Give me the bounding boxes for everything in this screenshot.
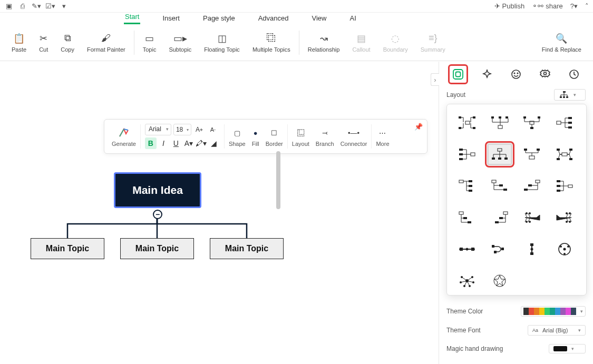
svg-rect-15	[473, 127, 475, 129]
layout-row: Layout ▾	[439, 85, 593, 105]
svg-point-85	[563, 253, 566, 255]
font-decrease-icon[interactable]: A-	[207, 124, 219, 135]
tab-insert[interactable]: Insert	[161, 13, 181, 24]
layout-option-star[interactable]	[487, 270, 512, 292]
svg-rect-75	[492, 245, 494, 248]
magic-drawing-select[interactable]: ▾	[549, 344, 586, 353]
svg-rect-9	[563, 96, 565, 98]
paste-button[interactable]: 📋Paste	[5, 33, 33, 53]
tab-ai[interactable]: AI	[348, 13, 357, 24]
layout-option[interactable]	[454, 206, 480, 229]
floating-topic-button[interactable]: ◫Floating Topic	[198, 33, 246, 53]
layout-option[interactable]	[519, 143, 545, 165]
layout-option-vertical-timeline[interactable]	[519, 238, 545, 260]
panel-tab-style[interactable]	[449, 65, 467, 83]
svg-rect-37	[524, 149, 527, 151]
border-button[interactable]: ☐Border	[263, 126, 286, 147]
theme-color-select[interactable]: ▾	[521, 306, 586, 317]
shape-button[interactable]: ▢Shape	[226, 126, 249, 147]
topic-node[interactable]: Main Topic	[31, 238, 104, 259]
help-icon[interactable]: ?▾	[570, 2, 578, 10]
highlight-button[interactable]: 🖍▾	[196, 137, 207, 149]
panel-collapse-icon[interactable]: ›	[431, 73, 439, 86]
layout-option[interactable]	[487, 112, 512, 134]
layout-button[interactable]: ⿺Layout	[289, 126, 313, 147]
layout-option[interactable]	[454, 143, 480, 165]
topic-button[interactable]: ▭Topic	[137, 33, 163, 53]
branch-button[interactable]: ⤙Branch	[313, 126, 337, 147]
layout-dropdown	[446, 104, 587, 296]
layout-option-selected[interactable]	[487, 143, 512, 165]
cut-button[interactable]: ✂Cut	[33, 33, 54, 53]
canvas[interactable]: 📌 Generate Arial▾ 18▾ A+ A- B I U	[0, 62, 439, 364]
layout-option-timeline-curve[interactable]	[487, 238, 512, 260]
print-icon[interactable]: ⎙	[18, 2, 27, 11]
svg-rect-54	[557, 180, 560, 182]
boundary-button[interactable]: ◌Boundary	[377, 33, 414, 53]
layout-option-circle[interactable]	[552, 238, 577, 260]
more-button[interactable]: ⋯More	[373, 126, 392, 147]
italic-button[interactable]: I	[158, 137, 169, 149]
font-increase-icon[interactable]: A+	[193, 124, 205, 135]
callout-button[interactable]: ▤Callout	[346, 33, 376, 53]
svg-rect-34	[498, 158, 501, 160]
clear-format-button[interactable]: ◢	[208, 137, 220, 149]
scrollbar-vertical[interactable]	[276, 151, 280, 209]
tab-advanced[interactable]: Advanced	[257, 13, 290, 24]
svg-point-84	[567, 245, 569, 248]
layout-option[interactable]	[487, 206, 512, 229]
layout-option-radial[interactable]	[454, 270, 480, 292]
relationship-button[interactable]: ↝Relationship	[302, 33, 346, 53]
topic-node[interactable]: Main Topic	[210, 238, 284, 259]
tab-view[interactable]: View	[311, 13, 328, 24]
layout-select[interactable]: ▾	[554, 89, 586, 101]
subtopic-button[interactable]: ▭▸Subtopic	[162, 33, 198, 53]
multiple-topics-button[interactable]: ⿻Multiple Topics	[246, 33, 297, 53]
panel-tab-sparkle[interactable]	[478, 65, 496, 83]
layout-option-fishbone-right[interactable]	[519, 206, 545, 229]
layout-option-timeline[interactable]	[454, 238, 480, 260]
edit-icon[interactable]: ✎▾	[32, 2, 41, 11]
generate-button[interactable]: Generate	[109, 126, 139, 147]
summary-button[interactable]: ≡}Summary	[414, 33, 452, 53]
topic-node[interactable]: Main Topic	[120, 238, 194, 259]
svg-rect-58	[459, 212, 463, 214]
font-select[interactable]: Arial▾	[145, 124, 171, 135]
layout-option[interactable]	[552, 112, 577, 134]
format-painter-button[interactable]: 🖌Format Painter	[81, 33, 132, 53]
theme-font-select[interactable]: AaArial (Big)▾	[528, 325, 586, 336]
font-color-button[interactable]: A▾	[183, 137, 195, 149]
layout-option[interactable]	[487, 175, 512, 197]
connector-button[interactable]: •—•Connector	[337, 126, 371, 147]
tab-page-style[interactable]: Page style	[202, 13, 236, 24]
panel-tab-settings[interactable]	[536, 65, 554, 83]
svg-rect-48	[492, 180, 496, 183]
fill-button[interactable]: ●Fill	[249, 126, 263, 147]
layout-option-fishbone-left[interactable]	[552, 206, 577, 229]
share-button[interactable]: ⚬⚯share	[532, 2, 563, 10]
main-idea-node[interactable]: Main Idea	[114, 172, 201, 208]
bold-button[interactable]: B	[145, 137, 157, 149]
layout-option[interactable]	[519, 112, 545, 134]
layout-option[interactable]	[519, 175, 545, 197]
menu-tabs: Start Insert Page style Advanced View AI	[0, 13, 593, 24]
check-icon[interactable]: ☑▾	[45, 2, 55, 11]
collapse-ribbon-icon[interactable]: ˄	[585, 2, 589, 10]
more-qat-icon[interactable]: ▾	[59, 2, 69, 11]
svg-rect-72	[460, 248, 463, 251]
panel-tab-history[interactable]	[565, 65, 583, 83]
copy-button[interactable]: ⧉Copy	[54, 33, 81, 53]
layout-option[interactable]	[552, 175, 577, 197]
publish-button[interactable]: ✈Publish	[494, 2, 525, 10]
tab-start[interactable]: Start	[124, 12, 140, 24]
pin-icon[interactable]: 📌	[414, 123, 423, 131]
save-icon[interactable]: ▣	[4, 2, 14, 11]
find-replace-button[interactable]: 🔍Find & Replace	[536, 33, 588, 53]
underline-button[interactable]: U	[170, 137, 182, 149]
collapse-node-icon[interactable]: −	[153, 210, 162, 219]
layout-option[interactable]	[454, 112, 480, 134]
font-size-select[interactable]: 18▾	[173, 124, 191, 135]
panel-tab-emoji[interactable]	[507, 65, 525, 83]
layout-option[interactable]	[454, 175, 480, 197]
layout-option[interactable]	[552, 143, 577, 165]
